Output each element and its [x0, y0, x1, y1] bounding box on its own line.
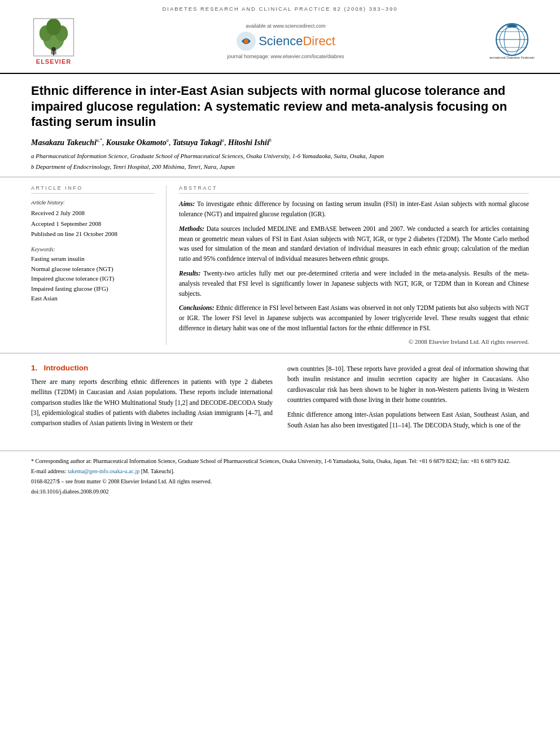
authors-line: Masakazu Takeuchia,*, Kousuke Okamotoa, …: [31, 138, 529, 147]
footer-notes: * Corresponding author at: Pharmaceutica…: [0, 451, 560, 496]
article-title: Ethnic difference in inter-East Asian su…: [31, 83, 529, 130]
email-address: takema@gen-info.osaka-u.ac.jp: [68, 468, 139, 474]
affiliations: a Pharmaceutical Information Science, Gr…: [31, 151, 529, 171]
sciencedirect-logo: ScienceDirect: [236, 31, 335, 51]
keyword-3: Impaired glucose tolerance (IGT): [31, 274, 155, 283]
sd-brand-science: ScienceDirect: [259, 34, 335, 49]
body-content: 1. Introduction There are many reports d…: [0, 353, 560, 445]
published-date: Published on line 21 October 2008: [31, 230, 155, 238]
keyword-1: Fasting serum insulin: [31, 255, 155, 263]
intro-p1-text: There are many reports describing ethnic…: [31, 377, 273, 429]
abstract-conclusions: Conclusions: Ethnic difference in FSI le…: [179, 303, 529, 333]
methods-text: Data sources included MEDLINE and EMBASE…: [179, 225, 529, 262]
journal-header: Diabetes Research and Clinical Practice …: [0, 0, 560, 74]
svg-text:International Diabetes Federat: International Diabetes Federation: [489, 56, 535, 59]
keyword-5: East Asian: [31, 294, 155, 303]
aims-label: Aims:: [179, 200, 195, 207]
aims-text: To investigate ethnic difference by focu…: [179, 200, 529, 217]
received-date: Received 2 July 2008: [31, 209, 155, 217]
keywords-label: Keywords:: [31, 246, 155, 252]
sd-logo-icon: [236, 31, 256, 51]
article-info-header: ARTICLE INFO: [31, 185, 155, 194]
keyword-2: Normal glucose tolerance (NGT): [31, 265, 155, 273]
doi-line: doi:10.1016/j.diabres.2008.09.002: [31, 487, 529, 496]
email-line: E-mail address: takema@gen-info.osaka-u.…: [31, 467, 529, 476]
author-takagi: Tatsuya Takagi: [173, 138, 222, 146]
keyword-4: Impaired fasting glucose (IFG): [31, 285, 155, 293]
abstract-col: ABSTRACT Aims: To investigate ethnic dif…: [167, 185, 529, 345]
elsevier-brand-text: ELSEVIER: [36, 58, 71, 65]
keywords-section: Keywords: Fasting serum insulin Normal g…: [31, 246, 155, 303]
sciencedirect-center: available at www.sciencedirect.com Scien…: [85, 23, 487, 59]
body-two-col: 1. Introduction There are many reports d…: [31, 364, 529, 435]
copyright-text: © 2008 Elsevier Ireland Ltd. All rights …: [179, 338, 529, 345]
body-left-col: 1. Introduction There are many reports d…: [31, 364, 273, 435]
article-info-col: ARTICLE INFO Article history: Received 2…: [31, 185, 167, 345]
email-note: [M. Takeuchi].: [141, 468, 174, 474]
svg-point-5: [51, 47, 55, 51]
conclusions-label: Conclusions:: [179, 304, 215, 311]
history-label: Article history:: [31, 199, 155, 206]
email-label: E-mail address:: [31, 468, 66, 474]
affiliation-a: a Pharmaceutical Information Science, Gr…: [31, 151, 529, 161]
elsevier-logo: ELSEVIER: [23, 18, 85, 65]
header-logos: ELSEVIER available at www.sciencedirect.…: [23, 15, 537, 69]
corresponding-note: * Corresponding author at: Pharmaceutica…: [31, 457, 529, 466]
intro-section-title: 1. Introduction: [31, 364, 273, 372]
section-number: 1.: [31, 364, 37, 372]
abstract-header: ABSTRACT: [179, 185, 529, 194]
license-line: 0168-8227/$ – see front matter © 2008 El…: [31, 477, 529, 486]
idf-logo: International Diabetes Federation: [487, 21, 537, 61]
intro-paragraph-2: own countries [8–10]. These reports have…: [287, 364, 529, 430]
svg-point-9: [244, 39, 248, 43]
article-section: Ethnic difference in inter-East Asian su…: [0, 74, 560, 177]
affiliation-b: b Department of Endocrinology, Tenri Hos…: [31, 162, 529, 172]
methods-label: Methods:: [179, 225, 204, 232]
results-label: Results:: [179, 270, 200, 277]
author-takeuchi: Masakazu Takeuchi: [31, 138, 97, 146]
abstract-methods: Methods: Data sources included MEDLINE a…: [179, 224, 529, 264]
intro-paragraph-1: There are many reports describing ethnic…: [31, 377, 273, 429]
body-right-col: own countries [8–10]. These reports have…: [287, 364, 529, 435]
intro-p2-text: own countries [8–10]. These reports have…: [287, 364, 529, 405]
journal-title: Diabetes Research and Clinical Practice …: [23, 6, 537, 12]
page: Diabetes Research and Clinical Practice …: [0, 0, 560, 747]
accepted-date: Accepted 1 September 2008: [31, 220, 155, 228]
section-title-text: Introduction: [44, 364, 89, 372]
intro-p3-text: Ethnic difference among inter-Asian popu…: [287, 409, 529, 430]
conclusions-text: Ethnic difference in FSI level between E…: [179, 304, 529, 331]
journal-homepage: journal homepage: www.elsevier.com/locat…: [227, 54, 344, 59]
author-okamoto: Kousuke Okamoto: [106, 138, 167, 146]
svg-point-4: [46, 19, 61, 36]
abstract-aims: Aims: To investigate ethnic difference b…: [179, 199, 529, 220]
results-text: Twenty-two articles fully met our pre-de…: [179, 270, 529, 297]
abstract-results: Results: Twenty-two articles fully met o…: [179, 269, 529, 299]
elsevier-tree-icon: [31, 18, 76, 57]
available-text: available at www.sciencedirect.com: [246, 23, 326, 29]
idf-logo-icon: International Diabetes Federation: [489, 21, 535, 61]
two-col-info: ARTICLE INFO Article history: Received 2…: [0, 177, 560, 353]
author-ishii: Hitoshi Ishii: [228, 138, 269, 146]
